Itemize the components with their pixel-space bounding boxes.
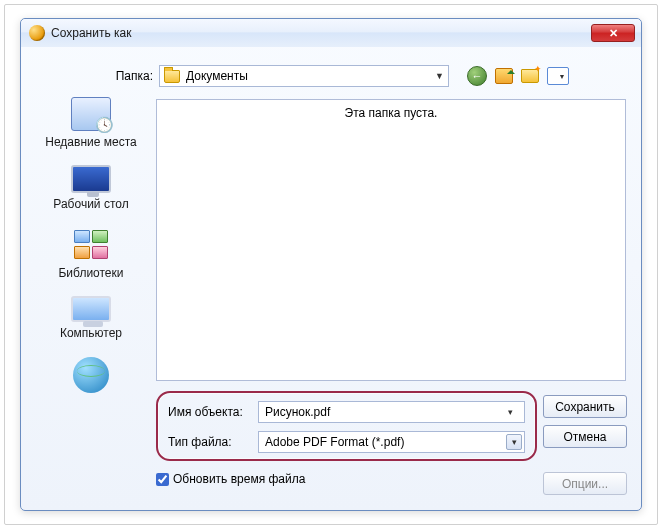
new-folder-button[interactable]	[521, 69, 539, 83]
action-buttons: Сохранить Отмена	[543, 395, 627, 448]
sidebar-item-computer[interactable]: Компьютер	[31, 296, 151, 340]
chevron-down-icon: ▾	[502, 404, 518, 420]
sidebar-item-label: Библиотеки	[31, 266, 151, 280]
desktop-icon	[71, 165, 111, 193]
filetype-label: Тип файла:	[168, 435, 258, 449]
folder-value: Документы	[186, 69, 248, 83]
view-mode-button[interactable]: ▼	[547, 67, 569, 85]
update-time-checkbox[interactable]	[156, 473, 169, 486]
chevron-down-icon: ▼	[435, 71, 444, 81]
window-title: Сохранить как	[51, 26, 131, 40]
arrow-left-icon: ←	[472, 70, 483, 82]
folder-row: Папка: Документы ▼ ← ▼	[105, 65, 631, 87]
sidebar-item-libraries[interactable]: Библиотеки	[31, 228, 151, 280]
filetype-value: Adobe PDF Format (*.pdf)	[265, 435, 404, 449]
up-folder-button[interactable]	[495, 68, 513, 84]
places-sidebar: Недавние места Рабочий стол Библиотеки К…	[31, 97, 151, 477]
folder-label: Папка:	[105, 69, 153, 83]
sidebar-item-label: Рабочий стол	[31, 197, 151, 211]
libraries-icon	[72, 228, 110, 262]
file-list[interactable]: Эта папка пуста.	[156, 99, 626, 381]
folder-combo[interactable]: Документы ▼	[159, 65, 449, 87]
dialog-body: Папка: Документы ▼ ← ▼	[21, 47, 641, 510]
recent-places-icon	[71, 97, 111, 131]
chevron-down-icon: ▼	[559, 73, 566, 80]
app-icon	[29, 25, 45, 41]
sidebar-item-label: Компьютер	[31, 326, 151, 340]
filename-row: Имя объекта: Рисунок.pdf ▾	[168, 401, 525, 423]
options-button[interactable]: Опции...	[543, 472, 627, 495]
computer-icon	[71, 296, 111, 322]
sidebar-item-recent[interactable]: Недавние места	[31, 97, 151, 149]
folder-toolbar: ← ▼	[467, 66, 569, 86]
empty-folder-text: Эта папка пуста.	[345, 106, 438, 120]
save-button[interactable]: Сохранить	[543, 395, 627, 418]
close-button[interactable]: ✕	[591, 24, 635, 42]
filename-label: Имя объекта:	[168, 405, 258, 419]
filetype-select[interactable]: Adobe PDF Format (*.pdf) ▾	[258, 431, 525, 453]
update-time-row: Обновить время файла	[156, 472, 305, 486]
filetype-row: Тип файла: Adobe PDF Format (*.pdf) ▾	[168, 431, 525, 453]
sidebar-item-desktop[interactable]: Рабочий стол	[31, 165, 151, 211]
cancel-button[interactable]: Отмена	[543, 425, 627, 448]
save-as-dialog: Сохранить как ✕ Папка: Документы ▼ ←	[20, 18, 642, 511]
filename-highlight-box: Имя объекта: Рисунок.pdf ▾ Тип файла: Ad…	[156, 391, 537, 461]
filename-value: Рисунок.pdf	[265, 405, 330, 419]
chevron-down-icon: ▾	[506, 434, 522, 450]
folder-icon	[164, 70, 180, 83]
titlebar: Сохранить как ✕	[21, 19, 641, 47]
sidebar-item-label: Недавние места	[31, 135, 151, 149]
filename-input[interactable]: Рисунок.pdf ▾	[258, 401, 525, 423]
close-icon: ✕	[609, 27, 618, 40]
sidebar-item-network[interactable]	[31, 357, 151, 393]
update-time-label: Обновить время файла	[173, 472, 305, 486]
back-button[interactable]: ←	[467, 66, 487, 86]
network-icon	[73, 357, 109, 393]
